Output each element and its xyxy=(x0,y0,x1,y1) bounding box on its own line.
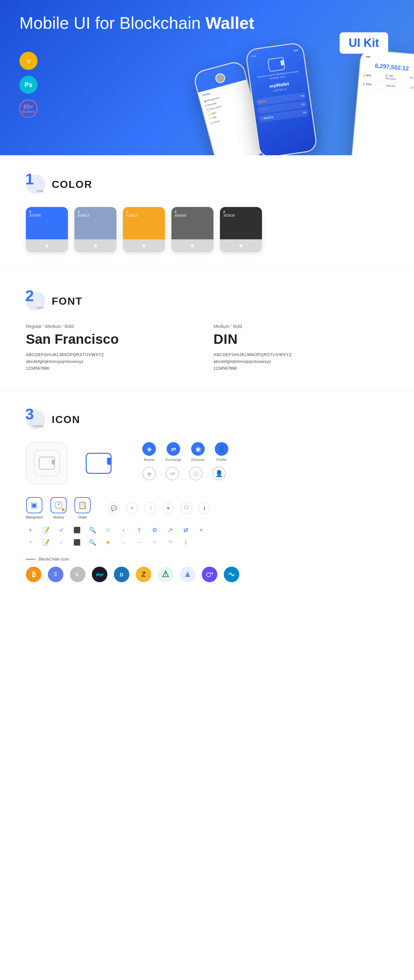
waves-icon xyxy=(92,566,107,582)
icon-exchange: ⇌ Exchange xyxy=(166,442,182,461)
icon-guide-outer xyxy=(26,442,68,484)
color-card-dark: #303030 xyxy=(220,207,262,252)
check-gray-icon: ✓ xyxy=(57,538,66,547)
color-swatches: #3574FA #8DA0C8 #F5A623 #666666 #303030 xyxy=(26,207,388,252)
section-1-number: 1 ONE xyxy=(26,175,45,194)
section-3-number: 3 THREE xyxy=(26,410,45,429)
section-2-number: 2 TWO xyxy=(26,291,45,311)
phone-right: ●●●+ 6,297,502.12 ₿BTC 12-298788-2003 56… xyxy=(351,49,414,155)
moon-icon: ☽ xyxy=(144,502,156,514)
font-title: FONT xyxy=(52,295,83,307)
profile-icon: 👤 xyxy=(215,442,228,456)
assets-icon: ◈ xyxy=(142,442,156,456)
tab-order: 📋 Order xyxy=(75,497,91,519)
utility-icons-blue: + 📝 ✓ ⬛ 🔍 ☆ ‹ ⇧ ⚙ ↗ ⇄ × xyxy=(26,526,388,535)
info-gray-icon: ℹ xyxy=(181,538,190,547)
bitcoin-icon: ₿ xyxy=(26,566,41,582)
message-icon: 🗨 xyxy=(180,502,192,514)
icon-assets: ◈ Assets xyxy=(142,442,156,461)
color-card-gray: #666666 xyxy=(171,207,213,252)
font-sf: Regular ' Medium ' Bold San Francisco AB… xyxy=(26,324,201,371)
chevron-left-icon: ‹ xyxy=(119,526,128,535)
blockchain-icon-label: BlockChain Icon xyxy=(26,557,388,562)
color-card-orange: #F5A623 xyxy=(123,207,165,252)
ps-badge: Ps xyxy=(19,76,38,94)
tab-management: ▣ Mangment xyxy=(26,497,43,519)
color-section: 1 ONE COLOR #3574FA #8DA0C8 #F5A623 #666… xyxy=(0,155,414,272)
exchange-outline-icon: ⇌ xyxy=(166,467,179,480)
color-card-blue: #3574FA xyxy=(26,207,68,252)
share-icon: ⇧ xyxy=(135,526,143,535)
font-din: Medium ' Bold DIN ABCDEFGHIJKLMNOPQRSTUV… xyxy=(213,324,388,371)
ui-kit-badge: UI Kit xyxy=(339,32,388,54)
qr-icon: ⬛ xyxy=(72,526,81,535)
utility-icons-gray: + 📝 ✓ ⬛ 🔍 ★ ‹ ↔ × ↷ ℹ xyxy=(26,538,388,547)
info-icon: ℹ xyxy=(199,502,210,514)
ethereum-icon: Ξ xyxy=(48,566,64,582)
order-icon: 📋 xyxy=(75,497,91,513)
icon-section: 3 THREE ICON ◈ Assets ⇌ Excha xyxy=(0,390,414,601)
circle-icon: ● xyxy=(162,502,174,514)
assets-outline-icon: ◈ xyxy=(142,467,156,480)
phones-mockup: Profile ▣ Management ✉ Message 📋 Rest Ce… xyxy=(201,6,414,155)
discover-icon: ◉ xyxy=(191,442,205,456)
qr-gray-icon: ⬛ xyxy=(72,538,81,547)
wallet-icon-outline xyxy=(39,457,55,469)
screens-badge: 60+ Screens xyxy=(19,100,38,118)
blockchain-line xyxy=(26,559,36,560)
arrow-gray-icon: ↔ xyxy=(135,538,143,547)
export-icon: ↗ xyxy=(166,526,175,535)
icon-guide-inner xyxy=(34,450,60,476)
svg-line-7 xyxy=(209,573,210,574)
x-gray-icon: × xyxy=(150,538,159,547)
dash-icon: D xyxy=(114,566,129,582)
exchange-icon: ⇌ xyxy=(167,442,180,456)
chevron-left-gray-icon: ‹ xyxy=(119,538,128,547)
star-filled-icon: ★ xyxy=(104,538,113,547)
switch-icon: ⇄ xyxy=(181,526,190,535)
search-gray-icon: 🔍 xyxy=(88,538,97,547)
crypto-icons-row: ₿ Ξ Ł D Z xyxy=(26,566,388,582)
redo-gray-icon: ↷ xyxy=(166,538,175,547)
litecoin-icon: Ł xyxy=(70,566,85,582)
ark-icon xyxy=(180,566,195,582)
icon-profile: 👤 Profile xyxy=(215,442,228,461)
chat-icon: 💬 xyxy=(108,502,119,514)
sn-icon xyxy=(224,566,239,582)
polygon-icon xyxy=(202,566,217,582)
management-icon: ▣ xyxy=(26,497,42,513)
document-edit-icon: 📝 xyxy=(41,526,51,535)
stack-icon: ≡ xyxy=(126,502,138,514)
profile-outline-icon: 👤 xyxy=(212,467,226,480)
document-gray-icon: 📝 xyxy=(41,538,51,547)
icon-exchange-outline: ⇌ xyxy=(166,467,179,480)
icon-discover-outline: ◎ xyxy=(189,467,202,480)
close-icon: × xyxy=(197,526,206,535)
settings-icon: ⚙ xyxy=(150,526,159,535)
discover-outline-icon: ◎ xyxy=(189,467,202,480)
plus-icon: + xyxy=(26,526,35,535)
color-card-steel: #8DA0C8 xyxy=(75,207,116,252)
icon-assets-outline: ◈ xyxy=(142,467,156,480)
icon-profile-outline: 👤 xyxy=(212,467,226,480)
plus-gray-icon: + xyxy=(26,538,35,547)
gray-icons-row: 💬 ≡ ☽ ● 🗨 ℹ xyxy=(108,502,210,514)
icon-design-area: ◈ Assets ⇌ Exchange ◉ Discover 👤 Profile xyxy=(26,442,388,484)
font-section: 2 TWO FONT Regular ' Medium ' Bold San F… xyxy=(0,272,414,390)
hero-section: Mobile UI for Blockchain Wallet UI Kit P… xyxy=(0,0,414,155)
tab-icons-row: ▣ Mangment 🕐 History 📋 Order 💬 ≡ ☽ ● 🗨 ℹ xyxy=(26,497,388,519)
star-icon: ☆ xyxy=(104,526,113,535)
wallet-icon-blue-wrap xyxy=(78,442,119,484)
nav-icons-area: ◈ Assets ⇌ Exchange ◉ Discover 👤 Profile xyxy=(142,442,228,480)
search-icon: 🔍 xyxy=(88,526,97,535)
history-icon: 🕐 xyxy=(51,497,67,513)
sketch-badge xyxy=(19,52,38,70)
tab-history: 🕐 History xyxy=(51,497,67,519)
iota-icon xyxy=(158,566,174,582)
icon-discover: ◉ Discover xyxy=(191,442,205,461)
svg-line-8 xyxy=(210,573,212,574)
wallet-icon-blue xyxy=(86,453,111,474)
tool-badges: Ps 60+ Screens xyxy=(19,52,38,118)
font-grid: Regular ' Medium ' Bold San Francisco AB… xyxy=(26,324,388,371)
zcash-icon: Z xyxy=(136,566,151,582)
